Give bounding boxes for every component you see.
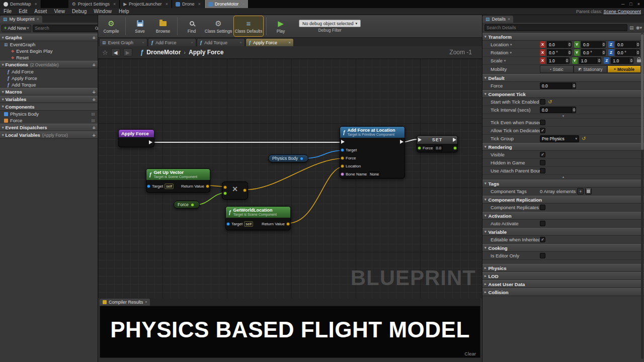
close-icon[interactable]: ×: [166, 2, 168, 7]
spinner-icon[interactable]: [601, 41, 605, 48]
force-value[interactable]: 0.0: [434, 145, 442, 151]
details-scrollbar[interactable]: [641, 33, 643, 359]
debug-object-dropdown[interactable]: No debug object selected ▾: [299, 20, 361, 27]
close-icon[interactable]: ×: [239, 40, 242, 45]
location-pin[interactable]: [341, 164, 344, 168]
reset-to-default-icon[interactable]: ↺: [548, 99, 552, 105]
graph-tab-add-torque[interactable]: ƒ Add Torque ×: [197, 38, 245, 46]
tree-item-apply-force[interactable]: ƒ Apply Force: [0, 75, 98, 81]
macros-section-header[interactable]: ▾ Macros +: [0, 88, 98, 96]
visibility-icon[interactable]: ▤: [91, 118, 95, 123]
exec-out-pin[interactable]: [149, 140, 152, 144]
parent-class-link[interactable]: Scene Component: [603, 9, 641, 14]
event-dispatchers-section-header[interactable]: ▾ Event Dispatchers +: [0, 124, 98, 131]
add-dispatcher-icon[interactable]: +: [93, 125, 96, 131]
mobility-stationary-button[interactable]: ◩Stationary: [574, 65, 607, 73]
tree-item-eventgraph[interactable]: ⊞ EventGraph: [0, 41, 98, 48]
advanced-expander[interactable]: ▾: [482, 114, 644, 119]
spinner-icon[interactable]: [572, 82, 576, 89]
section-asset-user-data[interactable]: ▸ Asset User Data: [482, 280, 644, 288]
window-tab-project-settings[interactable]: ⚙ Project Settings ×: [68, 0, 120, 8]
close-icon[interactable]: ×: [191, 40, 193, 45]
section-default[interactable]: ▾ Default: [482, 74, 644, 82]
exec-out-pin[interactable]: [400, 140, 404, 144]
spinner-icon[interactable]: [597, 57, 601, 64]
play-button[interactable]: ▶ Play: [270, 16, 292, 36]
exec-out-pin[interactable]: [453, 138, 456, 142]
graph-tab-add-force[interactable]: ƒ Add Force ×: [148, 38, 196, 46]
force-out-pin[interactable]: [191, 203, 194, 207]
exec-in-pin[interactable]: [418, 138, 422, 142]
auto-activate-checkbox[interactable]: [540, 221, 545, 226]
compile-button[interactable]: ⚙ Compile: [100, 16, 122, 36]
section-variable[interactable]: ▾ Variable: [482, 228, 644, 236]
self-literal[interactable]: self: [244, 221, 253, 227]
node-set-force[interactable]: SET Force 0.0: [417, 135, 458, 152]
menu-file[interactable]: File: [0, 9, 15, 14]
start-with-tick-checkbox[interactable]: [540, 99, 545, 105]
tab-details[interactable]: ▤ Details ×: [482, 16, 513, 23]
chevron-down-icon[interactable]: ▾: [510, 43, 512, 47]
components-subsection-header[interactable]: ▾ Components: [0, 103, 98, 111]
location-z-field[interactable]: 0.0: [615, 41, 640, 48]
target-pin[interactable]: [147, 185, 150, 188]
section-component-tick[interactable]: ▾ Component Tick: [482, 90, 644, 98]
hidden-in-game-checkbox[interactable]: [540, 160, 545, 165]
section-lod[interactable]: ▸ LOD: [482, 272, 644, 280]
self-literal[interactable]: self: [165, 184, 174, 189]
tree-item-reset[interactable]: ◆ Reset: [0, 54, 98, 61]
spinner-icon[interactable]: [601, 49, 605, 56]
rotation-z-field[interactable]: 0.0 °: [615, 49, 640, 56]
details-search-input[interactable]: [487, 25, 625, 30]
spinner-icon[interactable]: [565, 57, 569, 64]
class-settings-button[interactable]: ⚙ Class Settings: [204, 16, 233, 36]
section-transform[interactable]: ▾ Transform: [482, 33, 644, 41]
node-multiply[interactable]: ×: [222, 182, 248, 200]
close-window-icon[interactable]: ×: [637, 2, 640, 7]
chevron-down-icon[interactable]: ▾: [510, 51, 512, 55]
component-replicates-checkbox[interactable]: [540, 205, 545, 210]
node-get-up-vector[interactable]: ƒ Get Up Vector Target is Scene Componen…: [146, 168, 210, 193]
tick-group-dropdown[interactable]: Pre Physics▾: [540, 135, 579, 142]
window-tab-dronemotor[interactable]: DroneMotor ×: [205, 0, 249, 8]
spinner-icon[interactable]: [572, 107, 576, 113]
spinner-icon[interactable]: [629, 57, 633, 64]
physics-body-out-pin[interactable]: [300, 157, 303, 160]
close-icon[interactable]: ×: [288, 40, 291, 45]
close-icon[interactable]: ×: [142, 40, 144, 45]
section-rendering[interactable]: ▾ Rendering: [482, 143, 644, 151]
browse-button[interactable]: Browse: [152, 16, 174, 36]
variables-section-header[interactable]: ▾ Variables +: [0, 96, 98, 103]
tick-paused-checkbox[interactable]: [540, 120, 545, 125]
section-component-replication[interactable]: ▾ Component Replication: [482, 196, 644, 204]
tree-item-physics-body[interactable]: Physics Body ▤: [0, 111, 98, 117]
scrollbar-thumb[interactable]: [641, 34, 643, 150]
node-get-world-location[interactable]: ƒ GetWorldLocation Target is Scene Compo…: [225, 206, 291, 230]
spinner-icon[interactable]: [567, 49, 571, 56]
is-editor-only-checkbox[interactable]: [540, 253, 545, 258]
minimize-icon[interactable]: ─: [621, 2, 624, 7]
section-activation[interactable]: ▾ Activation: [482, 212, 644, 220]
tree-item-event-begin-play[interactable]: ◆ Event Begin Play: [0, 48, 98, 54]
tree-item-force[interactable]: Force ▤: [0, 117, 98, 124]
class-defaults-button[interactable]: ≡ Class Defaults: [234, 16, 263, 36]
add-variable-icon[interactable]: +: [93, 97, 96, 103]
find-button[interactable]: Find: [181, 16, 203, 36]
filter-icon[interactable]: ▤: [629, 25, 634, 30]
section-tags[interactable]: ▾ Tags: [482, 179, 644, 188]
rotation-y-field[interactable]: 0.0 °: [581, 49, 606, 56]
view-options-icon[interactable]: ◉▾: [636, 25, 642, 30]
window-tab-demomap[interactable]: DemoMap ×: [0, 0, 41, 8]
visibility-icon[interactable]: ▤: [91, 112, 95, 116]
node-apply-force-entry[interactable]: Apply Force: [118, 129, 154, 147]
add-local-variable-icon[interactable]: +: [93, 132, 96, 138]
node-add-force-at-location[interactable]: ƒ Add Force at Location Target is Primit…: [340, 126, 405, 178]
multiply-input-a-pin[interactable]: [223, 186, 227, 189]
tick-interval-field[interactable]: 0.0: [540, 107, 576, 113]
use-attach-parent-bound-checkbox[interactable]: [540, 168, 545, 173]
search-input[interactable]: [35, 26, 94, 31]
close-icon[interactable]: ×: [37, 17, 39, 22]
save-button[interactable]: Save: [129, 16, 151, 36]
mobility-static-button[interactable]: ▪Static: [540, 65, 574, 73]
node-physics-body-getter[interactable]: Physics Body: [268, 154, 308, 162]
